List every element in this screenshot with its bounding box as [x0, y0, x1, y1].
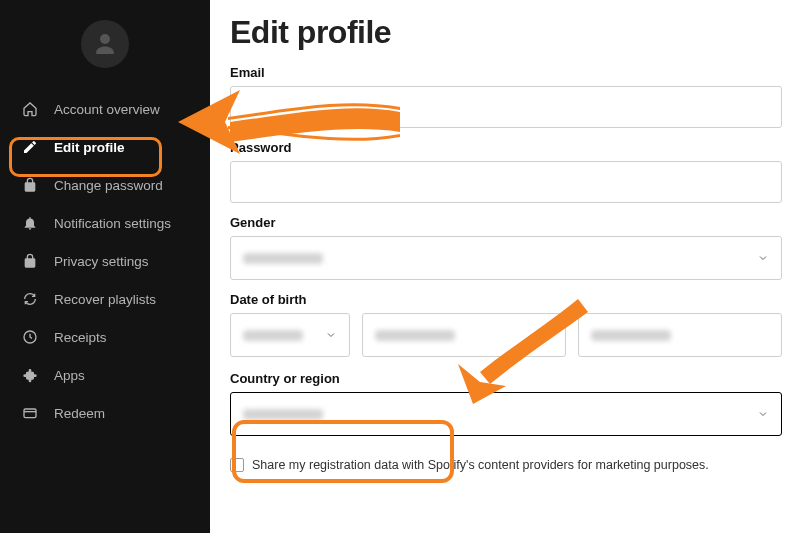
- dob-day-input[interactable]: [362, 313, 566, 357]
- sidebar-item-label: Account overview: [54, 102, 160, 117]
- country-field-group: Country or region: [230, 369, 782, 436]
- email-input[interactable]: [230, 86, 782, 128]
- password-input[interactable]: [230, 161, 782, 203]
- dob-year-input[interactable]: [578, 313, 782, 357]
- sidebar-item-label: Change password: [54, 178, 163, 193]
- password-field-group: Password: [230, 140, 782, 203]
- sidebar-item-label: Recover playlists: [54, 292, 156, 307]
- country-label: Country or region: [230, 371, 340, 386]
- dob-month-value-redacted: [243, 330, 303, 341]
- avatar: [81, 20, 129, 68]
- sidebar-item-label: Edit profile: [54, 140, 125, 155]
- dob-label: Date of birth: [230, 292, 782, 307]
- sidebar-item-change-password[interactable]: Change password: [0, 166, 210, 204]
- marketing-checkbox[interactable]: [230, 458, 244, 472]
- chevron-down-icon: [757, 252, 769, 264]
- password-label: Password: [230, 140, 782, 155]
- pencil-icon: [22, 139, 38, 155]
- svg-rect-1: [24, 409, 36, 418]
- gender-value-redacted: [243, 253, 323, 264]
- dob-field-group: Date of birth: [230, 292, 782, 357]
- lock-icon: [22, 177, 38, 193]
- email-label: Email: [230, 65, 782, 80]
- dob-month-select[interactable]: [230, 313, 350, 357]
- refresh-icon: [22, 291, 38, 307]
- email-field-group: Email: [230, 65, 782, 128]
- chevron-down-icon: [757, 408, 769, 420]
- gender-field-group: Gender: [230, 215, 782, 280]
- sidebar-item-label: Apps: [54, 368, 85, 383]
- sidebar-item-apps[interactable]: Apps: [0, 356, 210, 394]
- gender-select[interactable]: [230, 236, 782, 280]
- page-title: Edit profile: [230, 14, 782, 51]
- sidebar-item-redeem[interactable]: Redeem: [0, 394, 210, 432]
- sidebar: Account overview Edit profile Change pas…: [0, 0, 210, 533]
- marketing-checkbox-label: Share my registration data with Spotify'…: [252, 458, 709, 472]
- gender-label: Gender: [230, 215, 782, 230]
- sidebar-item-label: Privacy settings: [54, 254, 149, 269]
- home-icon: [22, 101, 38, 117]
- sidebar-item-label: Redeem: [54, 406, 105, 421]
- sidebar-item-notification-settings[interactable]: Notification settings: [0, 204, 210, 242]
- sidebar-item-recover-playlists[interactable]: Recover playlists: [0, 280, 210, 318]
- puzzle-icon: [22, 367, 38, 383]
- sidebar-item-privacy-settings[interactable]: Privacy settings: [0, 242, 210, 280]
- sidebar-item-edit-profile[interactable]: Edit profile: [0, 128, 210, 166]
- sidebar-item-label: Receipts: [54, 330, 107, 345]
- country-select[interactable]: [230, 392, 782, 436]
- bell-icon: [22, 215, 38, 231]
- card-icon: [22, 405, 38, 421]
- sidebar-item-label: Notification settings: [54, 216, 171, 231]
- marketing-checkbox-row: Share my registration data with Spotify'…: [230, 448, 782, 472]
- clock-icon: [22, 329, 38, 345]
- country-value-redacted: [243, 409, 323, 420]
- sidebar-item-account-overview[interactable]: Account overview: [0, 90, 210, 128]
- lock-icon: [22, 253, 38, 269]
- sidebar-item-receipts[interactable]: Receipts: [0, 318, 210, 356]
- chevron-down-icon: [325, 329, 337, 341]
- dob-day-value-redacted: [375, 330, 455, 341]
- main-content: Edit profile Email Password Gender Date …: [210, 0, 800, 533]
- dob-year-value-redacted: [591, 330, 671, 341]
